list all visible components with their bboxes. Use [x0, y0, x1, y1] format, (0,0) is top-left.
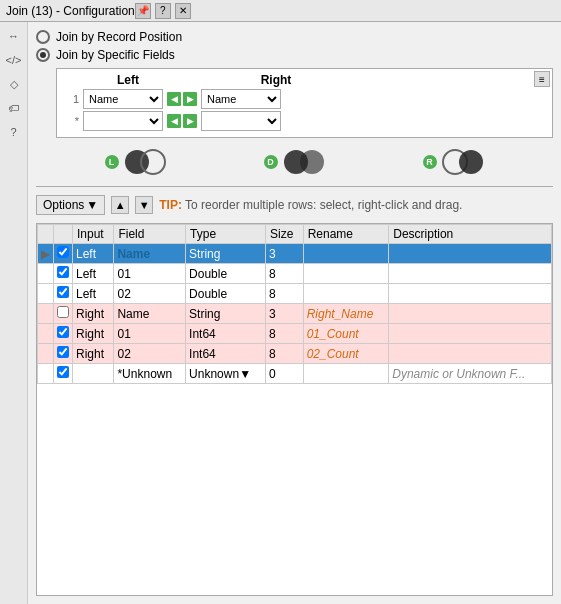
- checkbox-7[interactable]: [57, 366, 69, 378]
- join-left-select-star[interactable]: [83, 111, 163, 131]
- row-check-4[interactable]: [54, 304, 73, 324]
- row-input-2: Left: [73, 264, 114, 284]
- row-type-1: String: [186, 244, 266, 264]
- venn-item-R[interactable]: R: [423, 148, 485, 176]
- join-left-select-1[interactable]: Name: [83, 89, 163, 109]
- table-row: Left 01 Double 8: [38, 264, 552, 284]
- row-size-3: 8: [266, 284, 304, 304]
- row-desc-3: [389, 284, 552, 304]
- toolbar-code-icon[interactable]: </>: [4, 50, 24, 70]
- svg-point-3: [300, 150, 324, 174]
- venn-item-L[interactable]: L: [105, 148, 167, 176]
- toolbar-question-icon[interactable]: ?: [4, 122, 24, 142]
- radio-record-position[interactable]: Join by Record Position: [36, 30, 553, 44]
- row-check-1[interactable]: [54, 244, 73, 264]
- table-row: ▶ Left Name String 3: [38, 244, 552, 264]
- title-bar: Join (13) - Configuration 📌 ? ✕: [0, 0, 561, 22]
- row-expand-1[interactable]: ▶: [38, 244, 54, 264]
- row-check-2[interactable]: [54, 264, 73, 284]
- col-size: Size: [266, 225, 304, 244]
- checkbox-3[interactable]: [57, 286, 69, 298]
- row-type-7: Unknown ▼: [186, 364, 266, 384]
- join-left-arrow-star[interactable]: ◀: [167, 114, 181, 128]
- content-area: Join by Record Position Join by Specific…: [28, 22, 561, 604]
- venn-icon-L: [123, 148, 167, 176]
- row-size-2: 8: [266, 264, 304, 284]
- options-dropdown-icon: ▼: [86, 198, 98, 212]
- scroll-button[interactable]: ≡: [534, 71, 550, 87]
- data-table: Input Field Type Size Rename Description: [37, 224, 552, 384]
- help-button[interactable]: ?: [155, 3, 171, 19]
- col-input: Input: [73, 225, 114, 244]
- row-rename-3: [303, 284, 389, 304]
- checkbox-5[interactable]: [57, 326, 69, 338]
- row-input-7: [73, 364, 114, 384]
- join-right-arrow-star[interactable]: ▶: [183, 114, 197, 128]
- row-expand-6: [38, 344, 54, 364]
- row-check-3[interactable]: [54, 284, 73, 304]
- table-row: Right 02 Int64 8 02_Count: [38, 344, 552, 364]
- venn-row: L D R: [36, 144, 553, 180]
- row-expand-7: [38, 364, 54, 384]
- tip-text: TIP: To reorder multiple rows: select, r…: [159, 198, 553, 212]
- table-container: Input Field Type Size Rename Description: [36, 223, 553, 596]
- venn-icon-D: [282, 148, 326, 176]
- checkbox-2[interactable]: [57, 266, 69, 278]
- close-button[interactable]: ✕: [175, 3, 191, 19]
- row-type-6: Int64: [186, 344, 266, 364]
- row-input-6: Right: [73, 344, 114, 364]
- col-description: Description: [389, 225, 552, 244]
- toolbar-arrow-icon[interactable]: ↔: [4, 26, 24, 46]
- row-desc-5: [389, 324, 552, 344]
- join-left-arrow-1[interactable]: ◀: [167, 92, 181, 106]
- toolbar-shape-icon[interactable]: ◇: [4, 74, 24, 94]
- row-field-5: 01: [114, 324, 186, 344]
- type-dropdown-arrow-7[interactable]: ▼: [239, 367, 251, 381]
- row-size-1: 3: [266, 244, 304, 264]
- join-row-1: 1 Name ◀ ▶ Name: [61, 89, 548, 109]
- tip-body: To reorder multiple rows: select, right-…: [185, 198, 462, 212]
- options-label: Options: [43, 198, 84, 212]
- radio-specific-fields[interactable]: Join by Specific Fields: [36, 48, 553, 62]
- row-input-4: Right: [73, 304, 114, 324]
- join-right-select-star[interactable]: [201, 111, 281, 131]
- join-header: Left Right: [61, 73, 548, 87]
- join-right-arrow-1[interactable]: ▶: [183, 92, 197, 106]
- type-text-7: Unknown: [189, 367, 239, 381]
- venn-label-R: R: [423, 155, 437, 169]
- join-fields-box: ≡ Left Right 1 Name ◀ ▶ Name: [56, 68, 553, 138]
- col-checkbox: [54, 225, 73, 244]
- row-field-7: *Unknown: [114, 364, 186, 384]
- join-arrow-btns-1: ◀ ▶: [167, 92, 197, 106]
- options-button[interactable]: Options ▼: [36, 195, 105, 215]
- checkbox-6[interactable]: [57, 346, 69, 358]
- table-inner[interactable]: Input Field Type Size Rename Description: [37, 224, 552, 595]
- row-field-2: 01: [114, 264, 186, 284]
- row-check-7[interactable]: [54, 364, 73, 384]
- main-container: ↔ </> ◇ 🏷 ? Join by Record Position Join…: [0, 22, 561, 604]
- row-size-6: 8: [266, 344, 304, 364]
- table-header-row: Input Field Type Size Rename Description: [38, 225, 552, 244]
- radio-group: Join by Record Position Join by Specific…: [36, 30, 553, 62]
- row-desc-2: [389, 264, 552, 284]
- venn-item-D[interactable]: D: [264, 148, 326, 176]
- checkbox-1[interactable]: [57, 246, 69, 258]
- pin-button[interactable]: 📌: [135, 3, 151, 19]
- row-rename-2: [303, 264, 389, 284]
- join-right-select-1[interactable]: Name: [201, 89, 281, 109]
- row-size-7: 0: [266, 364, 304, 384]
- row-input-1: Left: [73, 244, 114, 264]
- row-type-3: Double: [186, 284, 266, 304]
- expand-arrow-1[interactable]: ▶: [41, 247, 50, 261]
- sort-down-button[interactable]: ▼: [135, 196, 153, 214]
- row-check-6[interactable]: [54, 344, 73, 364]
- section-divider: [36, 186, 553, 187]
- table-row: Right 01 Int64 8 01_Count: [38, 324, 552, 344]
- row-check-5[interactable]: [54, 324, 73, 344]
- toolbar-tag-icon[interactable]: 🏷: [4, 98, 24, 118]
- sort-up-button[interactable]: ▲: [111, 196, 129, 214]
- row-rename-1: [303, 244, 389, 264]
- radio-circle-record: [36, 30, 50, 44]
- checkbox-4[interactable]: [57, 306, 69, 318]
- row-size-4: 3: [266, 304, 304, 324]
